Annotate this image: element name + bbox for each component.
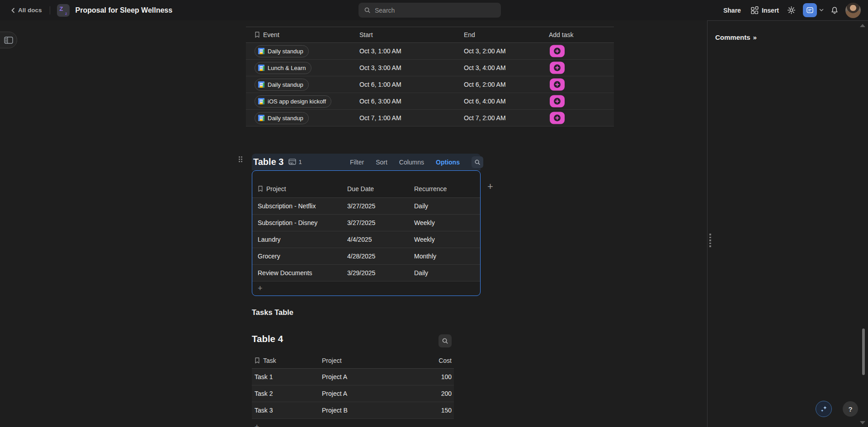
block-drag-handle-icon[interactable] — [239, 156, 242, 162]
event-chip[interactable]: 31 iOS app design kickoff — [255, 95, 331, 108]
panel-resize-handle[interactable] — [709, 234, 711, 247]
cost-cell[interactable]: 100 — [426, 373, 454, 380]
end-cell[interactable]: Oct 3, 2:00 AM — [464, 47, 549, 55]
scrollbar-thumb[interactable] — [862, 328, 865, 375]
ai-sparkle-button[interactable] — [816, 401, 832, 417]
table4-header: Task Project Cost — [252, 352, 454, 369]
scrollbar-up-arrow[interactable] — [860, 24, 865, 27]
share-button[interactable]: Share — [723, 7, 741, 14]
start-cell[interactable]: Oct 6, 3:00 AM — [359, 98, 464, 105]
add-row-button[interactable]: + — [252, 282, 263, 296]
add-task-button[interactable] — [550, 45, 565, 57]
assistant-button[interactable] — [803, 3, 817, 17]
plus-circle-icon — [550, 45, 565, 57]
add-task-button[interactable] — [550, 61, 565, 74]
linked-views-icon[interactable] — [288, 159, 296, 165]
project-column-header[interactable]: Project — [252, 185, 347, 192]
start-cell[interactable]: Oct 3, 1:00 AM — [359, 47, 464, 55]
table4-search-button[interactable] — [439, 334, 452, 347]
task-column-header[interactable]: Task — [252, 357, 322, 364]
sidebar-toggle-button[interactable] — [0, 32, 17, 48]
end-column-header[interactable]: End — [464, 31, 549, 38]
options-button[interactable]: Options — [436, 159, 460, 166]
due-date-cell[interactable]: 3/27/2025 — [347, 202, 414, 210]
cost-cell[interactable]: 200 — [426, 390, 454, 397]
due-date-column-header[interactable]: Due Date — [347, 185, 414, 192]
add-task-button[interactable] — [550, 112, 565, 124]
due-date-cell[interactable]: 4/28/2025 — [347, 253, 414, 260]
collapse-panel-icon[interactable]: » — [753, 33, 757, 41]
add-column-button[interactable]: + — [487, 182, 493, 192]
google-calendar-icon: 31 — [258, 81, 265, 88]
add-task-button[interactable] — [550, 95, 565, 108]
sort-button[interactable]: Sort — [376, 159, 387, 166]
columns-button[interactable]: Columns — [399, 159, 424, 166]
assistant-dropdown-button[interactable] — [819, 9, 824, 12]
due-date-cell[interactable]: 4/4/2025 — [347, 236, 414, 243]
back-all-docs-button[interactable]: All docs — [11, 7, 42, 14]
table3-selected: Project Due Date Recurrence Subscription… — [252, 170, 481, 296]
comments-header[interactable]: Comments » — [715, 33, 868, 41]
project-cell[interactable]: Subscription - Netflix — [252, 202, 347, 210]
project-cell[interactable]: Grocery — [252, 253, 347, 260]
bookmark-icon — [255, 357, 260, 364]
project-cell[interactable]: Project A — [322, 390, 426, 397]
event-chip-label: iOS app design kickoff — [268, 98, 326, 105]
start-cell[interactable]: Oct 7, 1:00 AM — [359, 114, 464, 122]
notifications-button[interactable] — [830, 6, 839, 14]
end-cell[interactable]: Oct 6, 2:00 AM — [464, 81, 549, 88]
event-chip[interactable]: 31 Daily standup — [255, 112, 309, 124]
project-cell[interactable]: Laundry — [252, 236, 347, 243]
end-cell[interactable]: Oct 3, 4:00 AM — [464, 64, 549, 71]
cost-column-header[interactable]: Cost — [426, 357, 454, 364]
avatar[interactable] — [845, 3, 861, 18]
table3-search-button[interactable] — [472, 156, 483, 168]
add-row-button[interactable]: + — [252, 419, 259, 427]
event-table-row: 31 Lunch & Learn Oct 3, 3:00 AM Oct 3, 4… — [246, 60, 614, 76]
project-cell[interactable]: Subscription - Disney — [252, 219, 347, 226]
start-column-header[interactable]: Start — [359, 31, 464, 38]
end-cell[interactable]: Oct 6, 4:00 AM — [464, 98, 549, 105]
settings-button[interactable] — [787, 6, 796, 14]
help-button[interactable]: ? — [843, 401, 858, 417]
event-chip[interactable]: 31 Daily standup — [255, 45, 309, 57]
table3-title[interactable]: Table 3 — [253, 157, 283, 167]
add-task-button[interactable] — [550, 78, 565, 91]
events-table: Event Start End Add task 31 Daily standu… — [246, 27, 614, 127]
recurrence-column-header[interactable]: Recurrence — [414, 185, 480, 192]
google-calendar-icon: 31 — [258, 98, 265, 105]
end-cell[interactable]: Oct 7, 2:00 AM — [464, 114, 549, 122]
scrollbar-down-arrow[interactable] — [860, 421, 865, 424]
add-task-column-header[interactable]: Add task — [549, 31, 614, 38]
event-chip[interactable]: 31 Daily standup — [255, 79, 309, 91]
search-input[interactable]: Search — [359, 3, 501, 18]
due-date-cell[interactable]: 3/27/2025 — [347, 219, 414, 226]
recurrence-cell[interactable]: Daily — [414, 269, 480, 277]
search-placeholder: Search — [375, 7, 395, 14]
recurrence-cell[interactable]: Weekly — [414, 236, 480, 243]
start-cell[interactable]: Oct 3, 3:00 AM — [359, 64, 464, 71]
table3-row: Laundry 4/4/2025 Weekly — [252, 231, 480, 248]
plus-circle-icon — [550, 95, 565, 108]
event-cell: 31 Daily standup — [246, 45, 359, 57]
recurrence-cell[interactable]: Monthly — [414, 253, 480, 260]
start-cell[interactable]: Oct 6, 1:00 AM — [359, 81, 464, 88]
event-chip[interactable]: 31 Lunch & Learn — [255, 62, 311, 74]
project-column-header[interactable]: Project — [322, 357, 426, 364]
task-cell[interactable]: Task 3 — [252, 407, 322, 414]
project-cell[interactable]: Project B — [322, 407, 426, 414]
insert-button[interactable]: Insert — [751, 6, 779, 14]
task-cell[interactable]: Task 1 — [252, 373, 322, 380]
event-column-header[interactable]: Event — [246, 31, 359, 38]
section-heading[interactable]: Tasks Table — [252, 308, 293, 317]
table3-toolbar: Table 3 1 Filter Sort Columns Options — [252, 154, 481, 170]
cost-cell[interactable]: 150 — [426, 407, 454, 414]
task-cell[interactable]: Task 2 — [252, 390, 322, 397]
project-cell[interactable]: Project A — [322, 373, 426, 380]
recurrence-cell[interactable]: Weekly — [414, 219, 480, 226]
recurrence-cell[interactable]: Daily — [414, 202, 480, 210]
due-date-cell[interactable]: 3/29/2025 — [347, 269, 414, 277]
project-cell[interactable]: Review Documents — [252, 269, 347, 277]
filter-button[interactable]: Filter — [350, 159, 364, 166]
table4-title[interactable]: Table 4 — [252, 333, 283, 344]
